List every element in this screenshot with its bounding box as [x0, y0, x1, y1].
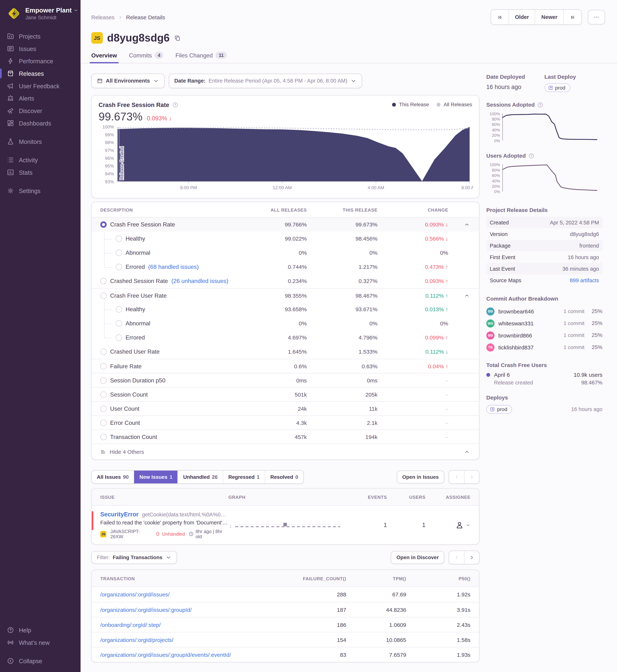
metric-row[interactable]: Failure Rate 0.6% 0.63% 0.04% ↑ [91, 359, 479, 373]
issue-title-link[interactable]: SecurityError [100, 511, 139, 518]
metric-radio[interactable] [100, 363, 107, 369]
oldest-release-button[interactable] [491, 10, 509, 24]
source-maps-link[interactable]: 899 artifacts [570, 277, 599, 283]
environment-filter-button[interactable]: All Environments [91, 74, 165, 88]
open-in-issues-button[interactable]: Open in Issues [397, 470, 444, 483]
newest-release-button[interactable] [563, 10, 581, 24]
issues-prev-page-button[interactable] [449, 470, 464, 483]
transaction-filter-button[interactable]: Filter: Failing Transactions [91, 551, 177, 564]
assignee-chevron-icon[interactable] [466, 523, 470, 528]
sessions-adopted-help-icon[interactable] [537, 102, 543, 108]
legend-this-release[interactable]: This Release [392, 101, 429, 107]
metric-radio[interactable] [100, 292, 107, 299]
sidebar-item-monitors[interactable]: Monitors [7, 135, 74, 148]
date-deployed-label: Date Deployed [486, 74, 544, 80]
metric-row[interactable]: Crashed Session Rate(26 unhandled issues… [91, 274, 479, 288]
collapse-group-icon[interactable] [448, 293, 479, 298]
issue-tab-new-issues[interactable]: New Issues1 [134, 470, 178, 483]
tab-commits[interactable]: Commits4 [129, 52, 164, 63]
metric-row[interactable]: Session Duration p50 0ms 0ms – [91, 373, 479, 387]
metric-row[interactable]: Crash Free User Rate 98.355% 98.467% 0.1… [91, 288, 479, 302]
deploy-env-badge[interactable]: prod [486, 405, 512, 414]
metric-row[interactable]: Errored(68 handled issues) 0.744% 1.217%… [91, 260, 479, 274]
issue-row[interactable]: SecurityError getCookie(data:text/html,%… [91, 506, 479, 544]
svg-text:100%: 100% [489, 162, 500, 167]
legend-all-releases[interactable]: All Releases [437, 101, 472, 107]
metric-row[interactable]: Errored 4.697% 4.796% 0.099% ↑ [91, 331, 479, 345]
copy-version-icon[interactable] [174, 34, 181, 41]
issues-toolbar: All Issues90New Issues1Unhandled26Regres… [91, 470, 479, 484]
breadcrumb-releases-link[interactable]: Releases [91, 14, 115, 20]
transaction-link[interactable]: /organizations/:orgId/projects/ [100, 637, 260, 643]
older-release-button[interactable]: Older [508, 10, 535, 24]
metric-radio[interactable] [100, 434, 107, 440]
issue-tab-regressed[interactable]: Regressed1 [223, 470, 265, 483]
metric-row[interactable]: Crash Free Session Rate 99.766% 99.673% … [91, 218, 479, 232]
sidebar-item-user-feedback[interactable]: User Feedback [7, 80, 74, 92]
metric-issues-link[interactable]: (26 unhandled issues) [172, 278, 228, 284]
sidebar-item-issues[interactable]: Issues [7, 42, 74, 55]
metric-row[interactable]: Healthy 99.022% 98.456% 0.566% ↓ [91, 232, 479, 246]
metric-row[interactable]: Error Count 4.3k 2.1k – [91, 415, 479, 429]
metric-radio[interactable] [116, 250, 122, 256]
date-range-filter-button[interactable]: Date Range: Entire Release Period (Apr 0… [169, 74, 362, 88]
org-switcher[interactable]: Empower Plant Jane Schmidt [7, 6, 74, 21]
assignee-icon[interactable] [455, 521, 464, 530]
issues-table: ISSUE GRAPH EVENTS USERS ASSIGNEE Securi… [91, 488, 479, 545]
metric-radio[interactable] [100, 221, 107, 228]
metric-radio[interactable] [116, 320, 122, 327]
metric-row[interactable]: Abnormal 0% 0% 0% [91, 316, 479, 331]
transaction-link[interactable]: /organizations/:orgId/issues/:groupId/ev… [100, 651, 260, 658]
metric-row[interactable]: Transaction Count 457k 194k – [91, 429, 479, 443]
metric-radio[interactable] [100, 278, 107, 284]
chart-help-icon[interactable] [172, 102, 178, 108]
metric-radio[interactable] [116, 306, 122, 313]
metric-row[interactable]: User Count 24k 11k – [91, 401, 479, 415]
metric-radio[interactable] [100, 405, 107, 412]
metric-row[interactable]: Abnormal 0% 0% 0% [91, 246, 479, 260]
hide-others-button[interactable]: Hide 4 Others [91, 443, 479, 459]
metric-radio[interactable] [116, 334, 122, 341]
transaction-link[interactable]: /onboarding/:orgId/:step/ [100, 622, 260, 628]
sidebar-item-releases[interactable]: Releases [7, 67, 74, 80]
sidebar-item-performance[interactable]: Performance [7, 55, 74, 67]
collapse-group-icon[interactable] [448, 222, 479, 227]
sidebar-item-collapse[interactable]: Collapse [7, 655, 74, 667]
sidebar-item-stats[interactable]: Stats [7, 166, 74, 179]
svg-text:100%: 100% [102, 124, 114, 129]
issue-tab-resolved[interactable]: Resolved0 [265, 470, 303, 483]
sidebar-item-projects[interactable]: Projects [7, 30, 74, 42]
metric-radio[interactable] [100, 391, 107, 398]
tab-files-changed[interactable]: Files Changed11 [175, 52, 227, 63]
users-adopted-help-icon[interactable] [528, 153, 535, 159]
sidebar-item-whats-new[interactable]: What's new [7, 636, 74, 649]
metric-radio[interactable] [100, 419, 107, 426]
sidebar-item-dashboards[interactable]: Dashboards [7, 117, 74, 129]
more-actions-button[interactable] [588, 10, 605, 24]
metric-radio[interactable] [100, 348, 107, 355]
transaction-link[interactable]: /organizations/:orgId/issues/ [100, 591, 260, 598]
sidebar-item-activity[interactable]: Activity [7, 154, 74, 166]
metric-radio[interactable] [116, 264, 122, 270]
transaction-link[interactable]: /organizations/:orgId/issues/:groupId/ [100, 607, 260, 613]
sidebar-item-alerts[interactable]: Alerts [7, 92, 74, 104]
transactions-prev-page-button[interactable] [449, 551, 464, 564]
issues-next-page-button[interactable] [464, 470, 479, 483]
metric-radio[interactable] [100, 377, 107, 383]
sidebar-item-settings[interactable]: Settings [7, 185, 74, 197]
issue-tab-all-issues[interactable]: All Issues90 [91, 470, 134, 483]
open-in-discover-button[interactable]: Open in Discover [391, 551, 444, 564]
metric-issues-link[interactable]: (68 handled issues) [148, 264, 199, 270]
sidebar-item-discover[interactable]: Discover [7, 104, 74, 117]
newer-release-button[interactable]: Newer [535, 10, 563, 24]
metric-row[interactable]: Session Count 501k 205k – [91, 387, 479, 401]
metric-row[interactable]: Healthy 93.658% 93.671% 0.013% ↑ [91, 302, 479, 316]
last-deploy-env-badge[interactable]: prod [545, 83, 570, 92]
metric-radio[interactable] [116, 236, 122, 242]
tab-overview[interactable]: Overview [91, 52, 117, 63]
transactions-next-page-button[interactable] [464, 551, 479, 564]
sidebar-item-help[interactable]: Help [7, 624, 74, 636]
crash-free-session-chart[interactable]: 100%99%98%97%96%95%94%93%8:00 PM12:00 AM… [98, 123, 472, 195]
metric-row[interactable]: Crashed User Rate 1.645% 1.533% 0.112% ↓ [91, 345, 479, 359]
issue-tab-unhandled[interactable]: Unhandled26 [178, 470, 223, 483]
